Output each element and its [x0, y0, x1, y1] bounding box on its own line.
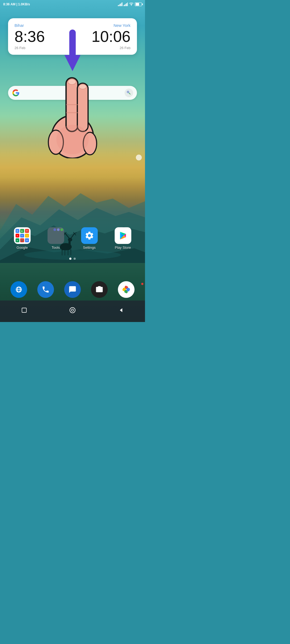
settings-icon-container [81, 227, 98, 244]
app-google-folder[interactable]: G ▶ M ▶ ⊞ ☁ ▶ [12, 227, 33, 250]
nav-bar [0, 301, 145, 322]
signal-bars-2 [124, 2, 128, 6]
app-tools-folder[interactable]: Tools [45, 227, 67, 250]
date1: 26 Feb [15, 46, 25, 50]
tools-folder-label: Tools [52, 246, 60, 250]
page-dot-1[interactable] [69, 258, 71, 260]
svg-point-35 [127, 91, 128, 92]
app-settings[interactable]: Settings [79, 227, 100, 250]
play-store-icon [118, 230, 128, 241]
page-dot-2[interactable] [74, 258, 76, 260]
svg-point-46 [70, 308, 75, 313]
nav-recents-button[interactable] [18, 304, 30, 316]
dock-icon-camera[interactable] [91, 281, 108, 298]
dock-icon-skype[interactable] [10, 281, 27, 298]
tools-folder-icon [48, 227, 64, 244]
city2-name: New York [114, 23, 130, 28]
status-right: 63 [118, 2, 142, 7]
orb-decoration [136, 155, 142, 160]
battery-icon: 63 [135, 2, 142, 6]
lens-icon[interactable] [125, 89, 133, 97]
app-play-store[interactable]: Play Store [112, 227, 134, 250]
svg-point-47 [71, 309, 74, 311]
dock [0, 281, 145, 298]
dock-icon-messages[interactable] [64, 281, 81, 298]
dock-icon-phone[interactable] [37, 281, 54, 298]
city1-name: Bihar [15, 23, 24, 28]
google-folder-icon: G ▶ M ▶ ⊞ ☁ ▶ [14, 227, 31, 244]
nav-home-button[interactable] [67, 304, 78, 316]
date2: 26 Feb [120, 46, 130, 50]
svg-rect-21 [69, 30, 76, 59]
signal-bars-1 [118, 2, 122, 6]
dock-icon-photos[interactable] [118, 281, 135, 298]
svg-point-31 [68, 79, 76, 85]
app-row: G ▶ M ▶ ⊞ ☁ ▶ [0, 227, 145, 250]
play-store-icon-container [115, 227, 131, 244]
clock-cities: Bihar New York [15, 23, 130, 28]
settings-label: Settings [83, 246, 96, 250]
svg-point-32 [79, 84, 86, 89]
wifi-icon [129, 2, 134, 7]
svg-marker-22 [64, 55, 81, 71]
play-store-label: Play Store [115, 246, 131, 250]
svg-rect-45 [22, 308, 27, 313]
svg-rect-25 [77, 83, 88, 131]
page-dots [0, 258, 145, 260]
status-left-text: 8:36 AM | 1.0KB/s [3, 2, 30, 6]
google-folder-label: Google [17, 246, 28, 250]
svg-marker-48 [120, 308, 122, 312]
svg-point-20 [131, 5, 132, 5]
svg-point-30 [56, 125, 89, 154]
status-bar: 8:36 AM | 1.0KB/s [0, 0, 145, 9]
nav-back-button[interactable] [115, 304, 127, 316]
google-logo [12, 89, 20, 97]
hand-gesture-overlay [40, 30, 105, 158]
settings-gear-icon [85, 231, 94, 240]
